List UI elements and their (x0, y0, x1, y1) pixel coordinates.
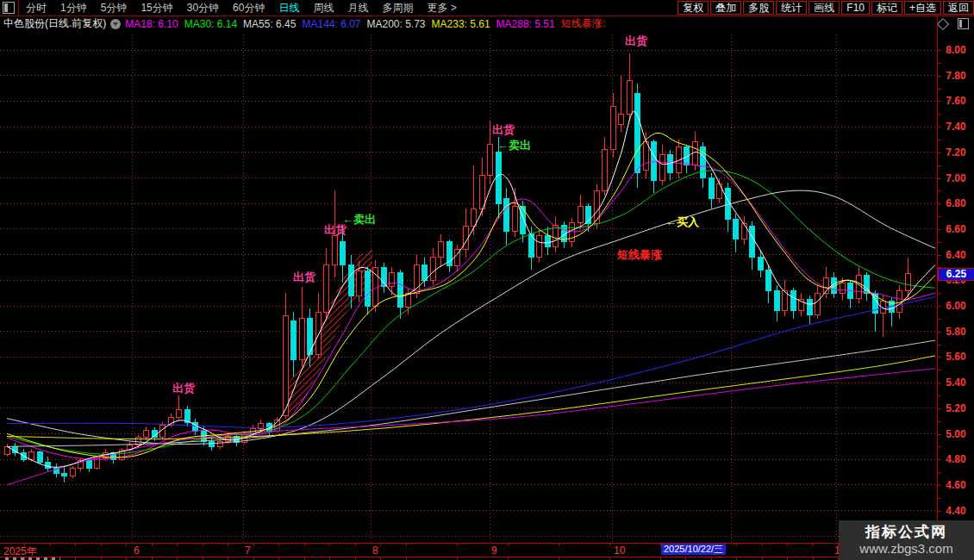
action-button-画线[interactable]: 画线 (809, 1, 840, 15)
ma-value-MA18: MA18: 6.10 (125, 18, 178, 30)
price-axis-label: 5.60 (938, 351, 974, 363)
toolbar-actions: 复权叠加多股统计画线F10标记+自选返回 (676, 0, 974, 16)
price-axis-label: 6.40 (938, 249, 974, 261)
price-axis-tick (938, 293, 941, 294)
period-tab-分时[interactable]: 分时 (19, 1, 53, 16)
action-button-F10[interactable]: F10 (841, 1, 870, 15)
price-axis: 8.007.807.607.407.207.006.806.606.406.20… (937, 31, 974, 544)
price-axis-tick (938, 216, 941, 217)
month-label-9: 9 (491, 544, 497, 557)
period-tab-周线[interactable]: 周线 (306, 1, 340, 16)
price-axis-tick (938, 76, 941, 77)
price-axis-label: 5.40 (938, 376, 974, 389)
price-axis-tick (938, 242, 941, 243)
chart-annotation: ←卖出 (342, 213, 376, 226)
indicator-name-label: 短线暴涨: (561, 16, 605, 31)
price-axis-tick (938, 421, 941, 422)
month-label-6: 6 (134, 544, 140, 557)
grid (0, 34, 936, 543)
month-label-8: 8 (372, 544, 378, 557)
action-button-+自选[interactable]: +自选 (904, 1, 941, 15)
watermark-title: 指标公式网 (865, 524, 947, 541)
price-axis-tick (938, 203, 941, 204)
price-axis-tick (938, 370, 941, 370)
ma-value-MA55: MA55: 6.45 (243, 18, 296, 30)
chevron-down-icon[interactable] (110, 19, 121, 29)
price-axis-tick (938, 485, 941, 486)
action-button-多股[interactable]: 多股 (743, 1, 774, 15)
action-button-返回[interactable]: 返回 (943, 1, 974, 15)
period-tab-日线[interactable]: 日线 (272, 1, 306, 16)
watermark-url: www.zbgs3.com (859, 541, 952, 557)
price-axis-tick (938, 165, 941, 166)
price-axis-tick (938, 255, 941, 256)
month-label-10: 10 (614, 544, 625, 557)
price-axis-label: 5.00 (938, 428, 974, 440)
action-button-复权[interactable]: 复权 (677, 1, 709, 15)
price-axis-tick (938, 434, 941, 435)
chart-annotation: 出货 (492, 123, 515, 136)
ma-readout: MA18: 6.10MA30: 6.14MA55: 6.45MA144: 6.0… (125, 18, 560, 30)
price-axis-tick (938, 498, 941, 499)
price-axis-label: 5.80 (938, 326, 974, 338)
price-axis-tick (938, 395, 941, 396)
price-axis-tick (938, 101, 941, 102)
chart-annotation: ←卖出 (497, 139, 531, 152)
price-axis-tick (938, 190, 941, 191)
diamond-icon[interactable] (937, 17, 949, 29)
price-axis-tick (938, 63, 941, 64)
kline-chart[interactable]: 出货出货出货←卖出出货←卖出出货←买入短线暴涨 (0, 0, 974, 560)
price-axis-tick (938, 383, 941, 383)
price-axis-tick (938, 332, 941, 333)
ma-value-MA233: MA233: 5.61 (432, 18, 490, 30)
price-axis-tick (938, 472, 941, 473)
price-axis-tick (938, 89, 941, 90)
chart-annotation: ←买入 (665, 215, 700, 228)
price-axis-label: 6.00 (938, 300, 974, 312)
period-tab-月线[interactable]: 月线 (340, 1, 375, 16)
price-axis-tick (938, 306, 941, 307)
period-tab-15分钟[interactable]: 15分钟 (134, 1, 179, 16)
action-button-标记[interactable]: 标记 (871, 1, 902, 15)
period-tab-30分钟[interactable]: 30分钟 (180, 1, 226, 16)
period-tab-5分钟[interactable]: 5分钟 (94, 1, 134, 16)
time-axis: 2025年 2025/10/22/三 67891012 (0, 543, 974, 557)
stock-title: 中色股份(日线.前复权) (3, 16, 106, 31)
line-white-line (7, 111, 935, 467)
price-axis-tick (938, 127, 941, 128)
price-axis-label: 8.00 (938, 44, 974, 56)
price-axis-label: 7.60 (938, 95, 974, 107)
period-tab-更多 >[interactable]: 更多 > (420, 1, 463, 16)
price-axis-tick (938, 446, 941, 447)
price-axis-label: 4.80 (938, 453, 974, 465)
price-axis-label: 6.60 (938, 223, 974, 235)
price-axis-label: 4.60 (938, 479, 974, 491)
period-tab-60分钟[interactable]: 60分钟 (226, 1, 272, 16)
chart-annotation: 出货 (625, 34, 648, 47)
month-label-7: 7 (245, 544, 251, 557)
price-axis-tick (938, 357, 941, 358)
ma-value-MA144: MA144: 6.07 (302, 18, 360, 30)
line-MA144 (7, 297, 935, 428)
price-axis-tick (938, 140, 941, 140)
price-axis-tick (938, 152, 941, 153)
price-axis-tick (938, 114, 941, 115)
period-tab-多周期[interactable]: 多周期 (375, 1, 420, 16)
chart-annotation: 短线暴涨 (616, 248, 663, 261)
window-icon[interactable] (3, 2, 15, 14)
ma-value-MA200: MA200: 5.73 (367, 18, 426, 30)
price-axis-tick (938, 345, 941, 345)
layout-icon[interactable] (958, 18, 969, 29)
price-axis-tick (938, 50, 941, 51)
watermark: 指标公式网 www.zbgs3.com (839, 520, 974, 560)
period-tab-1分钟[interactable]: 1分钟 (53, 1, 94, 16)
title-bar: 中色股份(日线.前复权) MA18: 6.10MA30: 6.14MA55: 6… (0, 16, 974, 31)
action-button-叠加[interactable]: 叠加 (710, 1, 741, 15)
price-axis-label: 7.00 (938, 172, 974, 184)
date-box[interactable]: 2025/10/22/三 (661, 544, 726, 555)
price-axis-label: 7.80 (938, 70, 974, 82)
time-axis-ticks (0, 544, 937, 546)
price-axis-label: 6.80 (938, 197, 974, 209)
price-axis-tick (938, 178, 941, 179)
action-button-统计[interactable]: 统计 (776, 1, 807, 15)
